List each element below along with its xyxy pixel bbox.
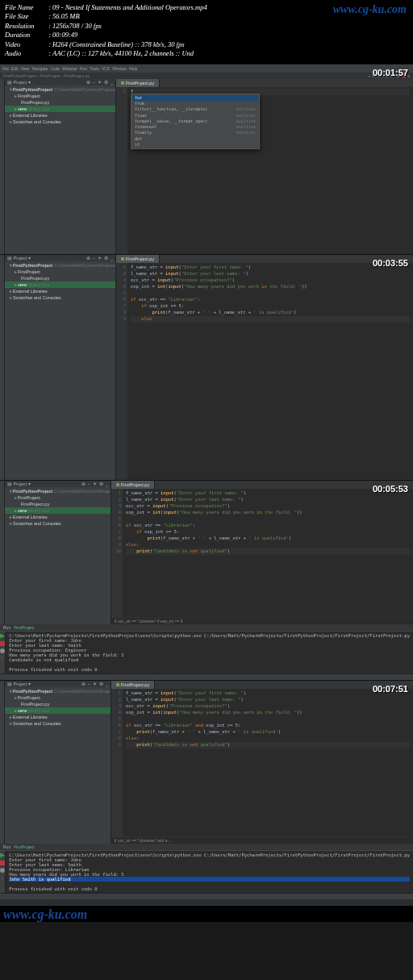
code-source[interactable]: f_name_str = input("Enter your first nam… [123, 489, 413, 617]
run-play-icon[interactable] [0, 634, 5, 639]
sidebar-tool-icon[interactable]: ⎯ [106, 482, 108, 486]
sidebar-tool-icon[interactable]: ⚙ [99, 482, 103, 486]
breadcrumb-bar: FirstPythonProject › FirstProject › Firs… [0, 73, 413, 79]
tree-node[interactable]: ▸venv library root [5, 106, 115, 112]
tree-node[interactable]: FirstProject.py [5, 275, 115, 281]
ide-status-bar [0, 673, 413, 680]
video-metadata-block: www.cg-ku.com File Name : 09 - Nested If… [0, 0, 413, 64]
tree-root[interactable]: ▾FirstPythonProject C:\Users\Matt\Pychar… [5, 688, 111, 694]
run-output[interactable]: C:\Users\Matt\PycharmProjects\FirstPytho… [6, 632, 413, 673]
sidebar-tool-icon[interactable]: ⚙ [104, 80, 108, 85]
ide-screenshot-4: 00:07:51 ▤ Project ▾ ⊕−✦⚙⎯ ▾FirstPythonP… [0, 680, 413, 906]
breadcrumb-path[interactable]: FirstPythonProject › FirstProject › Firs… [3, 73, 90, 78]
sidebar-tool-icon[interactable]: ⊕ [81, 482, 86, 486]
completion-item[interactable]: for [132, 95, 258, 101]
menu-item[interactable]: Help [129, 66, 137, 71]
tree-node[interactable]: ▸Scratches and Consoles [5, 720, 111, 727]
completion-item[interactable]: finallybuiltins [132, 130, 258, 136]
sidebar-tool-icon[interactable]: − [93, 256, 95, 261]
tree-root[interactable]: ▾FirstPythonProject C:\Users\Matt\Pychar… [5, 488, 111, 494]
run-settings-icon[interactable] [0, 648, 5, 653]
code-source[interactable]: f_name_str = input("Enter your first nam… [127, 263, 413, 481]
sidebar-tool-icon[interactable]: ⎯ [106, 682, 108, 686]
sidebar-tool-icon[interactable]: ⚙ [104, 256, 108, 261]
menu-item[interactable]: View [21, 66, 30, 71]
menu-item[interactable]: VCS [102, 66, 110, 71]
completion-item[interactable]: if [132, 142, 258, 148]
video-timestamp: 00:07:51 [373, 684, 408, 694]
sidebar-tool-icon[interactable]: ⊕ [86, 80, 90, 85]
editor-tab[interactable]: FirstProject.py [111, 481, 155, 489]
editor-tab[interactable]: FirstProject.py [116, 79, 160, 87]
completion-item[interactable]: format(__value, __format_spec)builtins [132, 119, 258, 124]
menu-item[interactable]: Tools [90, 66, 99, 71]
tree-root[interactable]: ▾FirstPythonProject C:\Users\Matt\Pychar… [5, 262, 115, 269]
sidebar-tool-icon[interactable]: ✦ [93, 482, 97, 486]
run-stop-icon[interactable] [0, 641, 5, 646]
run-stop-icon[interactable] [0, 861, 5, 865]
menu-item[interactable]: File [2, 66, 9, 71]
tree-node[interactable]: ▸External Libraries [5, 714, 111, 720]
code-editor: FirstProject.py 12345678910 f_name_str =… [111, 481, 413, 624]
run-more-icon[interactable]: ⋮ [0, 875, 5, 880]
tree-node[interactable]: ▸venv library root [5, 281, 115, 288]
sidebar-tool-icon[interactable]: ⊕ [86, 256, 90, 261]
tree-node[interactable]: ▸FirstProject [5, 269, 115, 275]
sidebar-tool-icon[interactable]: − [88, 482, 90, 486]
code-editor: FirstProject.py 1 fforfromfilter(__funct… [116, 79, 413, 255]
menu-item[interactable]: Edit [11, 66, 19, 71]
sidebar-tool-icon[interactable]: ⎯ [111, 256, 113, 261]
tree-node[interactable]: ▸External Libraries [5, 288, 115, 294]
code-completion-popup: forfromfilter(__function, __iterable)bui… [131, 94, 260, 149]
ide-status-bar [0, 893, 413, 899]
sidebar-tool-icon[interactable]: ⎯ [111, 80, 113, 85]
menu-item[interactable]: Code [50, 66, 60, 71]
tree-node[interactable]: FirstProject.py [5, 501, 111, 507]
sidebar-tool-icon[interactable]: − [88, 682, 90, 686]
completion-item[interactable]: filter(__function, __iterable)builtins [132, 106, 258, 112]
editor-tab[interactable]: FirstProject.py [116, 255, 160, 263]
menu-item[interactable]: Run [80, 66, 87, 71]
sidebar-tool-icon[interactable]: ✦ [98, 256, 102, 261]
menu-item[interactable]: Refactor [62, 66, 77, 71]
sidebar-tool-icon[interactable]: ✦ [93, 682, 97, 686]
run-more-icon[interactable]: ⋮ [0, 656, 5, 661]
completion-item[interactable]: from [132, 101, 258, 106]
tree-node[interactable]: ▸Scratches and Consoles [5, 520, 111, 527]
main-menu-bar[interactable]: FileEditViewNavigateCodeRefactorRunTools… [0, 65, 413, 73]
tree-node[interactable]: ▸FirstProject [5, 494, 111, 501]
run-panel: ⋮ C:\Users\Matt\PycharmProjects\FirstPyt… [0, 850, 413, 893]
tree-root[interactable]: ▾FirstPythonProject C:\Users\Matt\Pychar… [5, 86, 115, 93]
editor-tab[interactable]: FirstProject.py [111, 681, 155, 689]
tree-node[interactable]: ▸External Libraries [5, 514, 111, 520]
sidebar-tool-icon[interactable]: ⚙ [99, 682, 103, 686]
run-output[interactable]: C:\Users\Matt\PycharmProjects\FirstPytho… [6, 851, 413, 893]
tree-node[interactable]: ▸venv library root [5, 507, 111, 514]
tree-node[interactable]: ▸FirstProject [5, 93, 115, 99]
menu-item[interactable]: Navigate [31, 66, 48, 71]
completion-item[interactable]: def [132, 136, 258, 142]
tree-node[interactable]: FirstProject.py [5, 701, 111, 707]
editor-tabbar: FirstProject.py [116, 79, 413, 87]
sidebar-tool-icon[interactable]: ⊕ [81, 682, 86, 686]
tree-node[interactable]: FirstProject.py [5, 99, 115, 106]
tree-node[interactable]: ▸FirstProject [5, 694, 111, 701]
code-source[interactable]: fforfromfilter(__function, __iterable)bu… [127, 87, 413, 255]
run-panel-header: Run FirstProject [0, 844, 413, 850]
completion-item[interactable]: floatbuiltins [132, 113, 258, 119]
footer-watermark-block: www.cg-ku.com [0, 906, 413, 922]
python-file-icon [121, 81, 124, 85]
run-play-icon[interactable] [0, 853, 5, 858]
tree-node[interactable]: ▸Scratches and Consoles [5, 294, 115, 301]
tree-node[interactable]: ▸Scratches and Consoles [5, 119, 115, 125]
run-settings-icon[interactable] [0, 868, 5, 873]
code-source[interactable]: f_name_str = input("Enter your first nam… [123, 689, 413, 836]
tree-node[interactable]: ▸venv library root [5, 707, 111, 714]
meta-value-res: 1256x708 / 30 fps [52, 22, 102, 30]
menu-item[interactable]: Window [112, 66, 127, 71]
tree-node[interactable]: ▸External Libraries [5, 112, 115, 119]
completion-item[interactable]: frozensetbuiltins [132, 124, 258, 130]
sidebar-tool-icon[interactable]: − [93, 80, 95, 85]
meta-label-res: Resolution [5, 22, 47, 31]
sidebar-tool-icon[interactable]: ✦ [98, 80, 102, 85]
